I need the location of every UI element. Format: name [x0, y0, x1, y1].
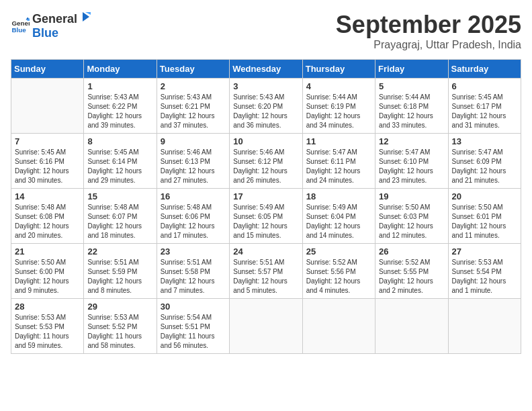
- day-info: Sunrise: 5:45 AM Sunset: 6:16 PM Dayligh…: [15, 148, 80, 185]
- svg-text:Blue: Blue: [11, 26, 26, 34]
- calendar-cell: 5Sunrise: 5:44 AM Sunset: 6:18 PM Daylig…: [375, 79, 448, 134]
- day-number: 5: [379, 81, 444, 91]
- calendar-cell: 3Sunrise: 5:43 AM Sunset: 6:20 PM Daylig…: [230, 79, 302, 134]
- calendar-cell: 2Sunrise: 5:43 AM Sunset: 6:21 PM Daylig…: [157, 79, 229, 134]
- calendar-cell: 12Sunrise: 5:47 AM Sunset: 6:10 PM Dayli…: [375, 134, 448, 189]
- calendar-cell: 15Sunrise: 5:48 AM Sunset: 6:07 PM Dayli…: [84, 189, 157, 244]
- day-number: 30: [161, 302, 226, 312]
- day-info: Sunrise: 5:43 AM Sunset: 6:22 PM Dayligh…: [87, 93, 152, 130]
- calendar-cell: 24Sunrise: 5:51 AM Sunset: 5:57 PM Dayli…: [230, 244, 302, 299]
- calendar-cell: 27Sunrise: 5:53 AM Sunset: 5:54 PM Dayli…: [448, 244, 521, 299]
- day-info: Sunrise: 5:50 AM Sunset: 6:03 PM Dayligh…: [379, 203, 444, 240]
- calendar-cell: 25Sunrise: 5:52 AM Sunset: 5:56 PM Dayli…: [302, 244, 375, 299]
- day-info: Sunrise: 5:51 AM Sunset: 5:59 PM Dayligh…: [87, 258, 152, 295]
- calendar-cell: [230, 299, 302, 354]
- day-number: 25: [306, 246, 371, 257]
- calendar-cell: 1Sunrise: 5:43 AM Sunset: 6:22 PM Daylig…: [84, 79, 157, 134]
- header-tuesday: Tuesday: [157, 60, 229, 79]
- calendar-cell: 22Sunrise: 5:51 AM Sunset: 5:59 PM Dayli…: [84, 244, 157, 299]
- header-thursday: Thursday: [302, 60, 375, 79]
- day-number: 23: [161, 246, 226, 257]
- calendar-cell: 9Sunrise: 5:46 AM Sunset: 6:13 PM Daylig…: [157, 134, 229, 189]
- day-info: Sunrise: 5:44 AM Sunset: 6:19 PM Dayligh…: [306, 93, 371, 130]
- logo: General Blue General Blue: [11, 11, 92, 40]
- calendar-cell: [448, 299, 521, 354]
- day-info: Sunrise: 5:50 AM Sunset: 6:00 PM Dayligh…: [15, 258, 80, 295]
- day-info: Sunrise: 5:44 AM Sunset: 6:18 PM Dayligh…: [379, 93, 444, 130]
- calendar-cell: 10Sunrise: 5:46 AM Sunset: 6:12 PM Dayli…: [230, 134, 302, 189]
- header: General Blue General Blue September 2025…: [11, 11, 521, 51]
- calendar-week-row: 28Sunrise: 5:53 AM Sunset: 5:53 PM Dayli…: [11, 299, 521, 354]
- day-number: 20: [452, 191, 517, 201]
- calendar-cell: [11, 79, 84, 134]
- day-info: Sunrise: 5:45 AM Sunset: 6:14 PM Dayligh…: [87, 148, 152, 185]
- calendar-cell: 20Sunrise: 5:50 AM Sunset: 6:01 PM Dayli…: [448, 189, 521, 244]
- day-number: 21: [15, 246, 80, 257]
- logo-icon: General Blue: [11, 16, 30, 35]
- day-info: Sunrise: 5:51 AM Sunset: 5:57 PM Dayligh…: [233, 258, 298, 295]
- calendar-cell: 13Sunrise: 5:47 AM Sunset: 6:09 PM Dayli…: [448, 134, 521, 189]
- day-number: 2: [161, 81, 226, 91]
- calendar-cell: 14Sunrise: 5:48 AM Sunset: 6:08 PM Dayli…: [11, 189, 84, 244]
- day-info: Sunrise: 5:48 AM Sunset: 6:07 PM Dayligh…: [87, 203, 152, 240]
- svg-marker-5: [85, 12, 91, 15]
- month-title: September 2025: [336, 11, 521, 39]
- header-saturday: Saturday: [448, 60, 521, 79]
- day-number: 16: [161, 191, 226, 201]
- day-info: Sunrise: 5:45 AM Sunset: 6:17 PM Dayligh…: [452, 93, 517, 130]
- calendar: SundayMondayTuesdayWednesdayThursdayFrid…: [11, 59, 521, 354]
- day-number: 22: [87, 246, 152, 257]
- logo-blue: Blue: [32, 26, 58, 40]
- day-number: 18: [306, 191, 371, 201]
- header-monday: Monday: [84, 60, 157, 79]
- calendar-cell: [375, 299, 448, 354]
- subtitle: Prayagraj, Uttar Pradesh, India: [336, 39, 521, 51]
- day-number: 6: [452, 81, 517, 91]
- calendar-header-row: SundayMondayTuesdayWednesdayThursdayFrid…: [11, 60, 521, 79]
- calendar-cell: [302, 299, 375, 354]
- day-number: 26: [379, 246, 444, 257]
- day-number: 10: [233, 136, 298, 146]
- calendar-cell: 4Sunrise: 5:44 AM Sunset: 6:19 PM Daylig…: [302, 79, 375, 134]
- header-friday: Friday: [375, 60, 448, 79]
- title-area: September 2025 Prayagraj, Uttar Pradesh,…: [336, 11, 521, 51]
- day-number: 19: [379, 191, 444, 201]
- calendar-week-row: 21Sunrise: 5:50 AM Sunset: 6:00 PM Dayli…: [11, 244, 521, 299]
- day-number: 11: [306, 136, 371, 146]
- day-info: Sunrise: 5:43 AM Sunset: 6:20 PM Dayligh…: [233, 93, 298, 130]
- header-sunday: Sunday: [11, 60, 84, 79]
- day-info: Sunrise: 5:53 AM Sunset: 5:53 PM Dayligh…: [15, 313, 80, 351]
- calendar-cell: 8Sunrise: 5:45 AM Sunset: 6:14 PM Daylig…: [84, 134, 157, 189]
- day-info: Sunrise: 5:47 AM Sunset: 6:09 PM Dayligh…: [452, 148, 517, 185]
- day-number: 27: [452, 246, 517, 257]
- day-info: Sunrise: 5:52 AM Sunset: 5:56 PM Dayligh…: [306, 258, 371, 295]
- calendar-cell: 18Sunrise: 5:49 AM Sunset: 6:04 PM Dayli…: [302, 189, 375, 244]
- day-number: 17: [233, 191, 298, 201]
- logo-general: General: [32, 12, 77, 26]
- calendar-week-row: 14Sunrise: 5:48 AM Sunset: 6:08 PM Dayli…: [11, 189, 521, 244]
- day-number: 12: [379, 136, 444, 146]
- calendar-cell: 28Sunrise: 5:53 AM Sunset: 5:53 PM Dayli…: [11, 299, 84, 354]
- day-info: Sunrise: 5:48 AM Sunset: 6:06 PM Dayligh…: [161, 203, 226, 240]
- day-info: Sunrise: 5:46 AM Sunset: 6:13 PM Dayligh…: [161, 148, 226, 185]
- calendar-cell: 21Sunrise: 5:50 AM Sunset: 6:00 PM Dayli…: [11, 244, 84, 299]
- calendar-cell: 11Sunrise: 5:47 AM Sunset: 6:11 PM Dayli…: [302, 134, 375, 189]
- logo-arrow-icon: [79, 11, 91, 23]
- day-info: Sunrise: 5:50 AM Sunset: 6:01 PM Dayligh…: [452, 203, 517, 240]
- calendar-cell: 19Sunrise: 5:50 AM Sunset: 6:03 PM Dayli…: [375, 189, 448, 244]
- header-wednesday: Wednesday: [230, 60, 302, 79]
- day-info: Sunrise: 5:43 AM Sunset: 6:21 PM Dayligh…: [161, 93, 226, 130]
- calendar-cell: 23Sunrise: 5:51 AM Sunset: 5:58 PM Dayli…: [157, 244, 229, 299]
- calendar-week-row: 1Sunrise: 5:43 AM Sunset: 6:22 PM Daylig…: [11, 79, 521, 134]
- day-info: Sunrise: 5:47 AM Sunset: 6:11 PM Dayligh…: [306, 148, 371, 185]
- day-info: Sunrise: 5:53 AM Sunset: 5:54 PM Dayligh…: [452, 258, 517, 295]
- calendar-cell: 7Sunrise: 5:45 AM Sunset: 6:16 PM Daylig…: [11, 134, 84, 189]
- day-number: 29: [87, 302, 152, 312]
- day-number: 4: [306, 81, 371, 91]
- day-number: 3: [233, 81, 298, 91]
- day-info: Sunrise: 5:53 AM Sunset: 5:52 PM Dayligh…: [87, 313, 152, 351]
- day-info: Sunrise: 5:47 AM Sunset: 6:10 PM Dayligh…: [379, 148, 444, 185]
- calendar-cell: 29Sunrise: 5:53 AM Sunset: 5:52 PM Dayli…: [84, 299, 157, 354]
- day-number: 14: [15, 191, 80, 201]
- day-info: Sunrise: 5:49 AM Sunset: 6:04 PM Dayligh…: [306, 203, 371, 240]
